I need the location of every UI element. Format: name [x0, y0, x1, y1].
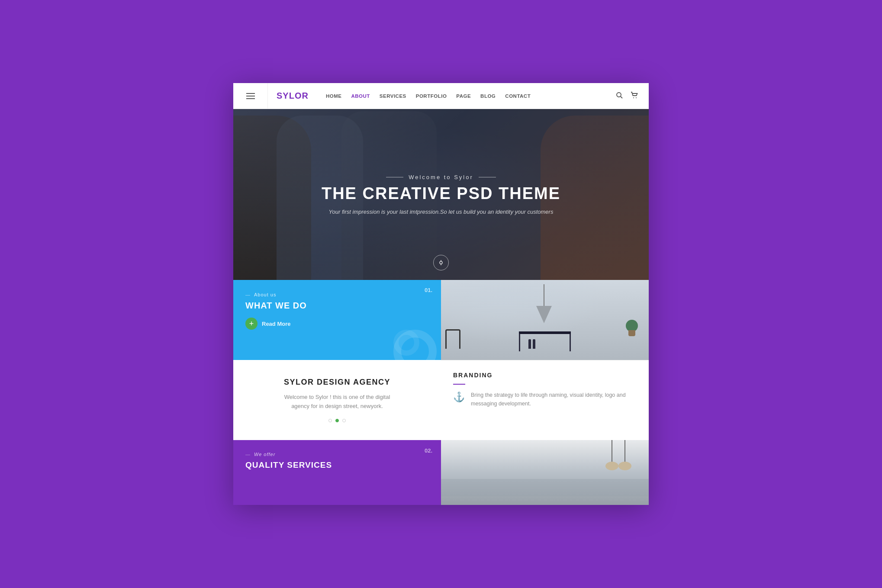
svg-point-4 — [440, 261, 442, 264]
branding-block: BRANDING ⚓ Bring the strategy to life th… — [441, 360, 649, 440]
quality-title: QUALITY SERVICES — [245, 460, 429, 470]
dot-3[interactable] — [342, 419, 346, 422]
nav-blog[interactable]: BLOG — [480, 93, 496, 99]
branding-underline — [453, 384, 465, 385]
hero-subtitle: Your first impression is your last imtpr… — [322, 209, 560, 215]
room-lamp-shade-2 — [605, 462, 618, 470]
agency-description: Welcome to Sylor ! this is one of the di… — [277, 393, 398, 411]
about-label: About us — [245, 292, 429, 297]
svg-point-2 — [633, 97, 634, 98]
table-legs — [519, 334, 571, 351]
nav-icons — [616, 92, 649, 100]
search-icon[interactable] — [616, 92, 623, 100]
table-leg-right — [570, 334, 571, 351]
room-lamp-2 — [605, 440, 618, 470]
room-image — [441, 440, 649, 505]
nav-about[interactable]: ABOUT — [351, 93, 370, 99]
dot-2-active[interactable] — [335, 419, 339, 422]
navbar: SYLOR HOME ABOUT SERVICES PORTFOLIO PAGE… — [233, 83, 649, 109]
chair-decoration — [445, 329, 460, 349]
brand-logo[interactable]: SYLOR — [268, 91, 317, 101]
room-lamp-shade-1 — [618, 462, 631, 470]
svg-point-3 — [636, 97, 637, 98]
quality-number: 02. — [425, 447, 432, 454]
hamburger-menu[interactable] — [246, 93, 255, 99]
lamp-cord — [544, 284, 544, 306]
bottles-decoration — [528, 339, 535, 349]
svg-point-0 — [617, 93, 621, 97]
bottle-2 — [533, 339, 535, 349]
agency-dots — [328, 419, 346, 422]
room-photo-block — [441, 440, 649, 505]
about-block: 01. About us WHAT WE DO + Read More — [233, 280, 441, 360]
table-decoration — [519, 331, 571, 351]
room-lamp-cord-1 — [624, 440, 625, 462]
interior-image — [441, 280, 649, 360]
nav-services[interactable]: SERVICES — [380, 93, 406, 99]
cart-icon[interactable] — [631, 92, 638, 100]
about-circle-decoration-2 — [393, 330, 419, 356]
table-leg-left — [519, 334, 520, 351]
quality-label: We offer — [245, 452, 429, 457]
read-more-button[interactable]: + Read More — [245, 318, 429, 330]
bottle-1 — [528, 339, 531, 349]
plus-icon: + — [245, 318, 258, 330]
room-surface — [441, 479, 649, 496]
browser-window: SYLOR HOME ABOUT SERVICES PORTFOLIO PAGE… — [233, 83, 649, 505]
branding-title: BRANDING — [453, 372, 637, 379]
interior-photo-block — [441, 280, 649, 360]
branding-description: Bring the strategy to life through namin… — [471, 391, 637, 408]
nav-home[interactable]: HOME — [326, 93, 342, 99]
quality-services-block: 02. We offer QUALITY SERVICES — [233, 440, 441, 505]
lamp-shade — [536, 306, 552, 323]
nav-portfolio[interactable]: PORTFOLIO — [416, 93, 447, 99]
agency-title: SYLOR DESIGN AGENCY — [284, 378, 390, 387]
read-more-label: Read More — [262, 321, 290, 327]
hero-tagline: Welcome to Sylor — [322, 174, 560, 180]
hero-content: Welcome to Sylor THE CREATIVE PSD THEME … — [322, 174, 560, 215]
branding-content: ⚓ Bring the strategy to life through nam… — [453, 391, 637, 408]
about-title: WHAT WE DO — [245, 301, 429, 311]
bottom-grid: 01. About us WHAT WE DO + Read More — [233, 280, 649, 505]
svg-line-1 — [621, 96, 622, 98]
anchor-icon: ⚓ — [453, 392, 465, 403]
about-number: 01. — [425, 287, 432, 293]
room-lamp-1 — [618, 440, 631, 470]
scroll-down-button[interactable] — [433, 255, 449, 270]
plant-pot — [628, 330, 635, 336]
hero-section: Welcome to Sylor THE CREATIVE PSD THEME … — [233, 109, 649, 280]
nav-contact[interactable]: CONTACT — [505, 93, 531, 99]
nav-sidebar — [233, 83, 268, 109]
hero-title: THE CREATIVE PSD THEME — [322, 185, 560, 203]
room-lamp-cord-2 — [612, 440, 612, 462]
plant-decoration — [626, 320, 638, 336]
dot-1[interactable] — [328, 419, 332, 422]
lamp-decoration — [536, 284, 552, 323]
nav-page[interactable]: PAGE — [456, 93, 471, 99]
agency-block: SYLOR DESIGN AGENCY Welcome to Sylor ! t… — [233, 360, 441, 440]
nav-links: HOME ABOUT SERVICES PORTFOLIO PAGE BLOG … — [326, 93, 531, 99]
